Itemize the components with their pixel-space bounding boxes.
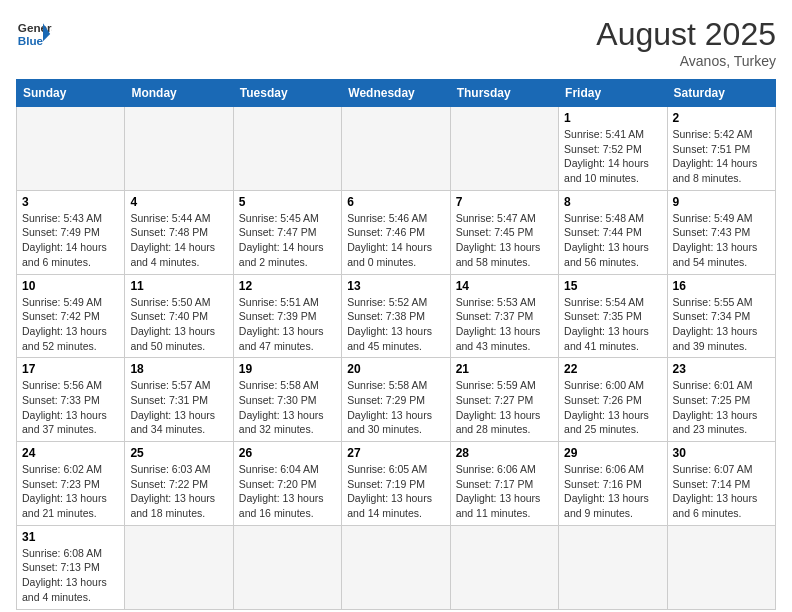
calendar-cell: 3Sunrise: 5:43 AM Sunset: 7:49 PM Daylig… — [17, 190, 125, 274]
day-info: Sunrise: 6:02 AM Sunset: 7:23 PM Dayligh… — [22, 462, 119, 521]
day-number: 24 — [22, 446, 119, 460]
day-number: 29 — [564, 446, 661, 460]
calendar-cell — [667, 525, 775, 609]
day-number: 7 — [456, 195, 553, 209]
weekday-header-sunday: Sunday — [17, 80, 125, 107]
weekday-header-wednesday: Wednesday — [342, 80, 450, 107]
day-number: 22 — [564, 362, 661, 376]
calendar-cell: 9Sunrise: 5:49 AM Sunset: 7:43 PM Daylig… — [667, 190, 775, 274]
page-header: General Blue August 2025 Avanos, Turkey — [16, 16, 776, 69]
day-info: Sunrise: 5:45 AM Sunset: 7:47 PM Dayligh… — [239, 211, 336, 270]
day-number: 30 — [673, 446, 770, 460]
calendar-cell: 18Sunrise: 5:57 AM Sunset: 7:31 PM Dayli… — [125, 358, 233, 442]
day-number: 9 — [673, 195, 770, 209]
calendar-cell: 7Sunrise: 5:47 AM Sunset: 7:45 PM Daylig… — [450, 190, 558, 274]
day-info: Sunrise: 5:47 AM Sunset: 7:45 PM Dayligh… — [456, 211, 553, 270]
calendar-cell: 26Sunrise: 6:04 AM Sunset: 7:20 PM Dayli… — [233, 442, 341, 526]
day-info: Sunrise: 5:53 AM Sunset: 7:37 PM Dayligh… — [456, 295, 553, 354]
logo: General Blue — [16, 16, 52, 52]
month-year: August 2025 — [596, 16, 776, 53]
day-number: 26 — [239, 446, 336, 460]
day-number: 19 — [239, 362, 336, 376]
calendar-cell: 28Sunrise: 6:06 AM Sunset: 7:17 PM Dayli… — [450, 442, 558, 526]
day-number: 27 — [347, 446, 444, 460]
day-info: Sunrise: 6:05 AM Sunset: 7:19 PM Dayligh… — [347, 462, 444, 521]
day-info: Sunrise: 6:06 AM Sunset: 7:17 PM Dayligh… — [456, 462, 553, 521]
calendar-cell: 30Sunrise: 6:07 AM Sunset: 7:14 PM Dayli… — [667, 442, 775, 526]
calendar-cell: 19Sunrise: 5:58 AM Sunset: 7:30 PM Dayli… — [233, 358, 341, 442]
calendar-cell: 6Sunrise: 5:46 AM Sunset: 7:46 PM Daylig… — [342, 190, 450, 274]
day-number: 18 — [130, 362, 227, 376]
day-info: Sunrise: 5:44 AM Sunset: 7:48 PM Dayligh… — [130, 211, 227, 270]
calendar-cell — [125, 107, 233, 191]
day-info: Sunrise: 6:03 AM Sunset: 7:22 PM Dayligh… — [130, 462, 227, 521]
calendar-cell: 27Sunrise: 6:05 AM Sunset: 7:19 PM Dayli… — [342, 442, 450, 526]
day-number: 6 — [347, 195, 444, 209]
weekday-header-thursday: Thursday — [450, 80, 558, 107]
calendar-cell: 15Sunrise: 5:54 AM Sunset: 7:35 PM Dayli… — [559, 274, 667, 358]
calendar-cell: 8Sunrise: 5:48 AM Sunset: 7:44 PM Daylig… — [559, 190, 667, 274]
calendar: SundayMondayTuesdayWednesdayThursdayFrid… — [16, 79, 776, 610]
calendar-cell: 25Sunrise: 6:03 AM Sunset: 7:22 PM Dayli… — [125, 442, 233, 526]
calendar-cell: 22Sunrise: 6:00 AM Sunset: 7:26 PM Dayli… — [559, 358, 667, 442]
weekday-header-monday: Monday — [125, 80, 233, 107]
day-info: Sunrise: 5:58 AM Sunset: 7:30 PM Dayligh… — [239, 378, 336, 437]
calendar-cell — [450, 525, 558, 609]
calendar-cell: 4Sunrise: 5:44 AM Sunset: 7:48 PM Daylig… — [125, 190, 233, 274]
calendar-cell: 20Sunrise: 5:58 AM Sunset: 7:29 PM Dayli… — [342, 358, 450, 442]
day-info: Sunrise: 5:55 AM Sunset: 7:34 PM Dayligh… — [673, 295, 770, 354]
week-row-4: 24Sunrise: 6:02 AM Sunset: 7:23 PM Dayli… — [17, 442, 776, 526]
weekday-header-row: SundayMondayTuesdayWednesdayThursdayFrid… — [17, 80, 776, 107]
day-info: Sunrise: 5:41 AM Sunset: 7:52 PM Dayligh… — [564, 127, 661, 186]
calendar-cell: 13Sunrise: 5:52 AM Sunset: 7:38 PM Dayli… — [342, 274, 450, 358]
week-row-0: 1Sunrise: 5:41 AM Sunset: 7:52 PM Daylig… — [17, 107, 776, 191]
day-number: 2 — [673, 111, 770, 125]
day-info: Sunrise: 5:51 AM Sunset: 7:39 PM Dayligh… — [239, 295, 336, 354]
calendar-cell: 1Sunrise: 5:41 AM Sunset: 7:52 PM Daylig… — [559, 107, 667, 191]
day-info: Sunrise: 5:52 AM Sunset: 7:38 PM Dayligh… — [347, 295, 444, 354]
day-number: 15 — [564, 279, 661, 293]
calendar-cell: 5Sunrise: 5:45 AM Sunset: 7:47 PM Daylig… — [233, 190, 341, 274]
calendar-cell — [233, 107, 341, 191]
day-info: Sunrise: 5:48 AM Sunset: 7:44 PM Dayligh… — [564, 211, 661, 270]
calendar-cell — [342, 107, 450, 191]
day-info: Sunrise: 5:59 AM Sunset: 7:27 PM Dayligh… — [456, 378, 553, 437]
day-info: Sunrise: 6:06 AM Sunset: 7:16 PM Dayligh… — [564, 462, 661, 521]
day-info: Sunrise: 6:00 AM Sunset: 7:26 PM Dayligh… — [564, 378, 661, 437]
day-number: 23 — [673, 362, 770, 376]
week-row-5: 31Sunrise: 6:08 AM Sunset: 7:13 PM Dayli… — [17, 525, 776, 609]
day-number: 31 — [22, 530, 119, 544]
title-area: August 2025 Avanos, Turkey — [596, 16, 776, 69]
day-info: Sunrise: 6:08 AM Sunset: 7:13 PM Dayligh… — [22, 546, 119, 605]
location: Avanos, Turkey — [596, 53, 776, 69]
day-number: 1 — [564, 111, 661, 125]
weekday-header-tuesday: Tuesday — [233, 80, 341, 107]
weekday-header-saturday: Saturday — [667, 80, 775, 107]
calendar-cell: 21Sunrise: 5:59 AM Sunset: 7:27 PM Dayli… — [450, 358, 558, 442]
day-number: 25 — [130, 446, 227, 460]
day-number: 14 — [456, 279, 553, 293]
day-number: 17 — [22, 362, 119, 376]
day-number: 3 — [22, 195, 119, 209]
calendar-cell — [342, 525, 450, 609]
day-info: Sunrise: 6:04 AM Sunset: 7:20 PM Dayligh… — [239, 462, 336, 521]
calendar-cell: 29Sunrise: 6:06 AM Sunset: 7:16 PM Dayli… — [559, 442, 667, 526]
calendar-cell: 14Sunrise: 5:53 AM Sunset: 7:37 PM Dayli… — [450, 274, 558, 358]
day-number: 16 — [673, 279, 770, 293]
calendar-cell — [125, 525, 233, 609]
day-number: 13 — [347, 279, 444, 293]
day-info: Sunrise: 6:01 AM Sunset: 7:25 PM Dayligh… — [673, 378, 770, 437]
day-info: Sunrise: 6:07 AM Sunset: 7:14 PM Dayligh… — [673, 462, 770, 521]
day-info: Sunrise: 5:42 AM Sunset: 7:51 PM Dayligh… — [673, 127, 770, 186]
week-row-3: 17Sunrise: 5:56 AM Sunset: 7:33 PM Dayli… — [17, 358, 776, 442]
calendar-cell: 11Sunrise: 5:50 AM Sunset: 7:40 PM Dayli… — [125, 274, 233, 358]
calendar-cell — [559, 525, 667, 609]
day-info: Sunrise: 5:54 AM Sunset: 7:35 PM Dayligh… — [564, 295, 661, 354]
calendar-cell: 17Sunrise: 5:56 AM Sunset: 7:33 PM Dayli… — [17, 358, 125, 442]
day-number: 12 — [239, 279, 336, 293]
day-info: Sunrise: 5:50 AM Sunset: 7:40 PM Dayligh… — [130, 295, 227, 354]
day-number: 8 — [564, 195, 661, 209]
day-info: Sunrise: 5:49 AM Sunset: 7:42 PM Dayligh… — [22, 295, 119, 354]
calendar-cell: 24Sunrise: 6:02 AM Sunset: 7:23 PM Dayli… — [17, 442, 125, 526]
week-row-1: 3Sunrise: 5:43 AM Sunset: 7:49 PM Daylig… — [17, 190, 776, 274]
